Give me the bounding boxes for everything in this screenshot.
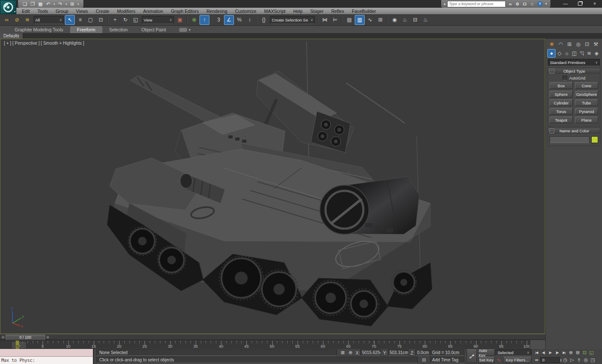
primitives-dropdown[interactable]: Standard Primitives ∨ bbox=[548, 59, 600, 66]
select-and-rotate-icon[interactable]: ↻ bbox=[120, 15, 130, 25]
percent-snap-toggle-icon[interactable]: % bbox=[234, 15, 244, 25]
render-setup-icon[interactable]: ♨ bbox=[400, 15, 410, 25]
menu-stager[interactable]: Stager bbox=[307, 9, 328, 14]
create-geosphere-button[interactable]: GeoSphere bbox=[575, 91, 598, 98]
create-tab-icon[interactable]: ☀ bbox=[548, 40, 556, 48]
menu-maxscript[interactable]: MAXScript bbox=[260, 9, 289, 14]
create-tube-button[interactable]: Tube bbox=[575, 99, 598, 106]
name-and-color-rollout-header[interactable]: − Name and Color bbox=[548, 128, 600, 134]
zoom-all-icon[interactable]: ⊞ bbox=[574, 349, 581, 356]
qat-customize-icon[interactable]: ▾ bbox=[77, 1, 80, 7]
create-pyramid-button[interactable]: Pyramid bbox=[575, 108, 598, 115]
communication-center-icon[interactable]: ⚙ bbox=[514, 1, 521, 7]
unlink-selection-icon[interactable]: ⊘ bbox=[12, 15, 22, 25]
redo-icon[interactable]: ↷ bbox=[57, 1, 64, 7]
cameras-category-icon[interactable]: ◫ bbox=[571, 49, 578, 57]
rendered-frame-window-icon[interactable]: ⊟ bbox=[410, 15, 420, 25]
zoom-icon[interactable]: ⊕ bbox=[568, 349, 574, 356]
shapes-category-icon[interactable]: ◇ bbox=[556, 49, 563, 57]
add-time-tag-field[interactable]: Add Time Tag bbox=[430, 357, 464, 363]
select-and-link-icon[interactable]: ∞ bbox=[2, 15, 12, 25]
hierarchy-tab-icon[interactable]: ⊞ bbox=[565, 40, 573, 48]
time-configuration-icon[interactable]: ◷ bbox=[562, 357, 568, 363]
menu-rendering[interactable]: Rendering bbox=[203, 9, 231, 14]
zoom-extents-icon[interactable]: ⊡ bbox=[581, 349, 588, 356]
pan-view-icon[interactable]: ▷ bbox=[569, 357, 575, 363]
3ds-max-logo[interactable]: ▾ bbox=[0, 0, 16, 14]
render-production-icon[interactable]: ♨ bbox=[421, 15, 430, 25]
named-selection-sets-select[interactable]: Create Selection Se∨ bbox=[270, 16, 315, 24]
create-box-button[interactable]: Box bbox=[550, 82, 573, 89]
systems-category-icon[interactable]: ◈ bbox=[593, 49, 600, 57]
time-slider-track[interactable]: < 0 / 100 > bbox=[0, 334, 545, 340]
auto-key-button[interactable]: Auto Key bbox=[478, 349, 494, 356]
x-coordinate-field[interactable]: 5015.625cm bbox=[360, 349, 381, 356]
default-in-out-tangents-icon[interactable]: ∿ bbox=[495, 357, 502, 363]
display-tab-icon[interactable]: ⊡ bbox=[583, 40, 591, 48]
create-torus-button[interactable]: Torus bbox=[550, 108, 573, 115]
key-mode-toggle-icon[interactable]: ⇹ bbox=[533, 357, 540, 363]
rectangular-selection-region-icon[interactable]: ▢ bbox=[86, 15, 95, 25]
snaps-toggle-3d-icon[interactable]: 3 bbox=[214, 15, 224, 25]
menu-reflex[interactable]: Reflex bbox=[327, 9, 348, 14]
minimize-button[interactable]: — bbox=[559, 0, 572, 7]
timeline-ruler[interactable]: 5101520253035404550556065707580859095100 bbox=[28, 340, 530, 349]
key-filter-selected-dropdown[interactable]: Selected ∨ bbox=[495, 349, 531, 356]
create-sphere-button[interactable]: Sphere bbox=[550, 91, 573, 98]
mirror-icon[interactable]: ⋈ bbox=[320, 15, 330, 25]
next-frame-icon[interactable]: |▶ bbox=[554, 349, 560, 356]
redo-flyout-icon[interactable]: ▾ bbox=[64, 1, 68, 7]
menu-graph-editors[interactable]: Graph Editors bbox=[167, 9, 203, 14]
save-file-icon[interactable]: ▦ bbox=[37, 1, 44, 7]
menu-group[interactable]: Group bbox=[52, 9, 72, 14]
viewport-label[interactable]: [ + ] [ Perspective ] [ Smooth + Highlig… bbox=[4, 41, 84, 46]
menu-animation[interactable]: Animation bbox=[139, 9, 167, 14]
ribbon-tab-object-paint[interactable]: Object Paint bbox=[135, 26, 173, 33]
object-type-rollout-header[interactable]: − Object Type bbox=[548, 68, 600, 74]
tank-model[interactable] bbox=[0, 39, 545, 333]
ribbon-tab-selection[interactable]: Selection bbox=[102, 26, 135, 33]
toggle-scene-explorer-icon[interactable]: ▤ bbox=[344, 15, 354, 25]
edit-named-selection-sets-icon[interactable]: {} bbox=[259, 15, 269, 25]
search-binoculars-icon[interactable]: ∞ bbox=[507, 1, 513, 7]
undo-flyout-icon[interactable]: ▾ bbox=[52, 1, 56, 7]
ribbon-tab-graphite-modeling-tools[interactable]: Graphite Modeling Tools bbox=[8, 26, 70, 33]
macro-recorder-row[interactable] bbox=[0, 349, 93, 357]
undo-icon[interactable]: ↶ bbox=[45, 1, 52, 7]
autogrid-checkbox[interactable] bbox=[562, 76, 567, 80]
geometry-category-icon[interactable]: ● bbox=[547, 49, 556, 58]
utilities-tab-icon[interactable]: ⚒ bbox=[592, 40, 600, 48]
helpers-category-icon[interactable]: ◹ bbox=[578, 49, 585, 57]
create-plane-button[interactable]: Plane bbox=[575, 116, 598, 123]
maxscript-mini-listener[interactable]: Max to Physc: bbox=[0, 349, 94, 364]
absolute-mode-icon[interactable]: ⊕ bbox=[347, 349, 354, 356]
set-keys-button[interactable]: ⊶ bbox=[467, 349, 477, 363]
space-warps-category-icon[interactable]: ≋ bbox=[585, 49, 593, 57]
help-icon[interactable]: ? bbox=[537, 1, 543, 7]
select-and-scale-icon[interactable]: ◱ bbox=[131, 15, 141, 25]
ribbon-minimize-icon[interactable] bbox=[179, 28, 187, 32]
use-pivot-point-center-icon[interactable]: ▣ bbox=[175, 15, 185, 25]
menu-help[interactable]: Help bbox=[289, 9, 307, 14]
bind-to-space-warp-icon[interactable]: ≋ bbox=[22, 15, 32, 25]
restore-button[interactable] bbox=[574, 0, 587, 7]
new-scene-icon[interactable]: ❏ bbox=[22, 1, 28, 7]
reference-coordinate-system-select[interactable]: View∨ bbox=[142, 16, 174, 24]
menu-modifiers[interactable]: Modifiers bbox=[113, 9, 139, 14]
time-slider-prev-arrow[interactable]: < bbox=[1, 335, 5, 340]
modify-tab-icon[interactable]: ◠ bbox=[557, 40, 565, 48]
time-slider-next-arrow[interactable]: > bbox=[46, 335, 50, 340]
favorites-star-icon[interactable]: ☆ bbox=[529, 1, 535, 7]
previous-frame-icon[interactable]: ◀| bbox=[540, 349, 547, 356]
go-to-start-icon[interactable]: |◀ bbox=[533, 349, 540, 356]
maximize-viewport-toggle-icon[interactable]: ◳ bbox=[590, 357, 596, 363]
y-coordinate-field[interactable]: 503.31cm bbox=[388, 349, 408, 356]
track-bar[interactable]: ∿ 51015202530354045505560657075808590951… bbox=[0, 340, 545, 349]
current-frame-field[interactable]: 0 bbox=[540, 357, 560, 363]
select-and-manipulate-icon[interactable]: ⊕ bbox=[189, 15, 199, 25]
window-crossing-toggle-icon[interactable]: ⊡ bbox=[96, 15, 106, 25]
select-object-icon[interactable]: ↖ bbox=[65, 15, 75, 25]
material-editor-icon[interactable]: ◉ bbox=[390, 15, 399, 25]
tab-defaults[interactable]: Defaults bbox=[0, 33, 23, 39]
menu-tools[interactable]: Tools bbox=[34, 9, 52, 14]
